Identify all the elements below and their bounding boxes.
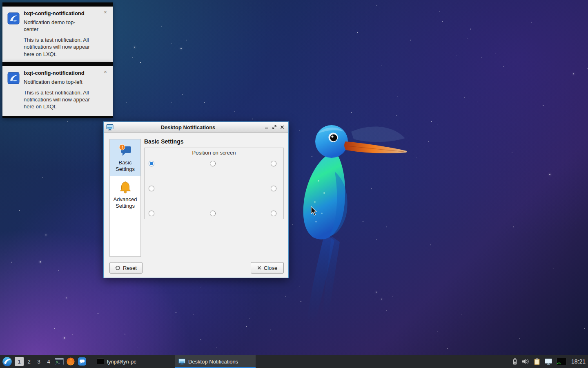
firefox-launcher[interactable] bbox=[65, 355, 76, 368]
notification-bubble-icon bbox=[118, 144, 133, 157]
reset-button[interactable]: Reset bbox=[109, 262, 143, 274]
lxqt-logo-icon bbox=[2, 357, 12, 367]
radio-middle-left[interactable] bbox=[149, 186, 154, 191]
radio-bottom-left[interactable] bbox=[149, 211, 154, 216]
taskbar: 1 2 3 4 lynp@lyn-pc bbox=[0, 355, 588, 368]
app-menu-button[interactable] bbox=[1, 355, 13, 368]
system-tray: 18:21 bbox=[512, 358, 588, 365]
volume-icon[interactable] bbox=[521, 358, 530, 365]
hummingbird-illustration bbox=[270, 114, 441, 327]
close-icon[interactable] bbox=[278, 123, 286, 131]
notification-summary: Notification demo top-center bbox=[24, 19, 85, 33]
task-terminal-lynp[interactable]: lynp@lyn-pc bbox=[93, 355, 141, 368]
notification-bottom-edge bbox=[2, 116, 113, 118]
firefox-icon bbox=[66, 357, 75, 366]
sidebar-item-label: Basic Settings bbox=[116, 159, 135, 172]
workspace-2[interactable]: 2 bbox=[24, 357, 33, 366]
workspace-4[interactable]: 4 bbox=[44, 357, 53, 366]
notification-close-button[interactable]: × bbox=[102, 9, 109, 16]
notification-top-center: lxqt-config-notificationd × Notification… bbox=[2, 2, 113, 63]
notification-body: This is a test notification. All notific… bbox=[24, 89, 97, 110]
terminal-window-icon bbox=[97, 359, 104, 364]
task-label: Desktop Notifications bbox=[188, 359, 238, 365]
radio-middle-right[interactable] bbox=[271, 186, 276, 191]
chat-launcher[interactable] bbox=[77, 355, 87, 368]
monitor-icon bbox=[178, 359, 185, 365]
lubuntu-bird-icon bbox=[7, 72, 20, 84]
close-button[interactable]: Close bbox=[251, 262, 284, 274]
notification-summary: Notification demo top-left bbox=[24, 79, 85, 85]
desktop-notifications-window: Desktop Notifications Basic Set bbox=[103, 121, 289, 278]
system-monitor-icon[interactable] bbox=[557, 358, 566, 365]
reset-icon bbox=[115, 265, 120, 271]
page-title: Basic Settings bbox=[144, 138, 183, 145]
window-titlebar[interactable]: Desktop Notifications bbox=[104, 122, 288, 133]
window-icon bbox=[106, 124, 114, 130]
position-groupbox: Position on screen bbox=[144, 148, 284, 219]
notification-titlebar bbox=[2, 2, 113, 7]
notification-app-name: lxqt-config-notificationd bbox=[24, 70, 99, 76]
radio-bottom-center[interactable] bbox=[210, 211, 216, 216]
clock[interactable]: 18:21 bbox=[571, 358, 586, 365]
notification-app-name: lxqt-config-notificationd bbox=[24, 10, 99, 16]
notification-top-left: lxqt-config-notificationd × Notification… bbox=[2, 62, 113, 118]
notification-titlebar bbox=[2, 62, 113, 66]
sidebar-item-advanced-settings[interactable]: Advanced Settings bbox=[110, 176, 140, 213]
chat-icon bbox=[78, 357, 87, 366]
close-button-label: Close bbox=[264, 265, 277, 271]
bell-icon bbox=[118, 180, 133, 194]
close-x-icon bbox=[257, 266, 261, 270]
notification-close-button[interactable]: × bbox=[102, 69, 109, 75]
sidebar-item-basic-settings[interactable]: Basic Settings bbox=[110, 139, 140, 176]
notification-body: This is a test notification. All notific… bbox=[24, 36, 97, 57]
sidebar-item-label: Advanced Settings bbox=[114, 196, 137, 209]
window-title: Desktop Notifications bbox=[114, 124, 263, 130]
settings-sidebar: Basic Settings Advanced Settings bbox=[109, 139, 141, 257]
clipboard-icon[interactable] bbox=[534, 358, 540, 365]
minimize-icon[interactable] bbox=[263, 123, 270, 131]
terminal-icon bbox=[55, 358, 64, 365]
workspace-1[interactable]: 1 bbox=[15, 357, 24, 366]
workspace-3[interactable]: 3 bbox=[34, 357, 43, 366]
groupbox-title: Position on screen bbox=[145, 150, 283, 156]
task-label: lynp@lyn-pc bbox=[107, 359, 136, 365]
lubuntu-bird-icon bbox=[7, 12, 20, 25]
radio-top-left[interactable] bbox=[149, 161, 154, 166]
restore-icon[interactable] bbox=[270, 123, 278, 131]
radio-bottom-right[interactable] bbox=[271, 211, 276, 216]
terminal-launcher[interactable] bbox=[54, 355, 65, 368]
battery-icon[interactable] bbox=[512, 358, 517, 365]
task-desktop-notifications[interactable]: Desktop Notifications bbox=[175, 355, 256, 368]
display-icon[interactable] bbox=[544, 358, 552, 365]
radio-top-center[interactable] bbox=[210, 161, 216, 166]
radio-top-right[interactable] bbox=[271, 161, 276, 166]
workspace-pager: 1 2 3 4 bbox=[15, 357, 53, 366]
mouse-cursor bbox=[310, 206, 318, 217]
reset-button-label: Reset bbox=[123, 265, 137, 271]
